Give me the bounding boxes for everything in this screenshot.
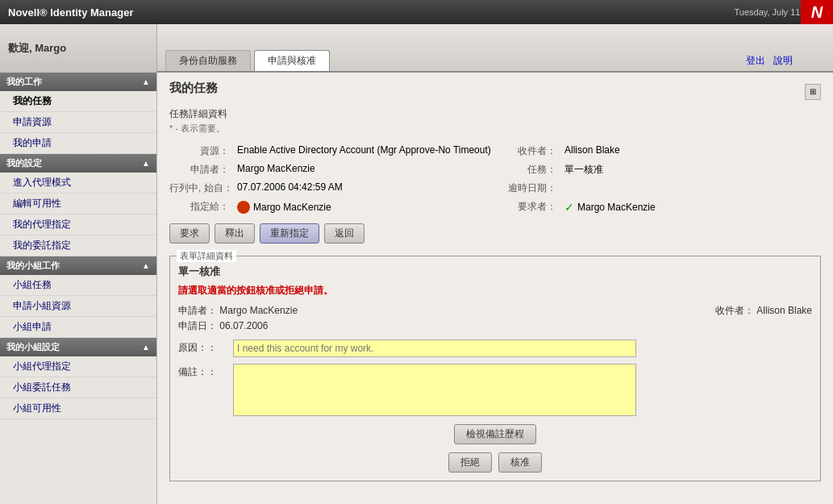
main-content: 我的任務 ⊞ 任務詳細資料 * - 表示需要。 資源： Enable Activ… [157, 73, 833, 504]
sidebar-item-team-delegate[interactable]: 小組委託任務 [0, 377, 156, 398]
require-button[interactable]: 要求 [169, 223, 210, 244]
reject-button[interactable]: 拒絕 [448, 452, 492, 473]
form-instruction: 請選取適當的按鈕核准或拒絕申請。 [178, 284, 812, 298]
logout-link[interactable]: 登出 [746, 54, 765, 68]
sidebar-item-my-requests[interactable]: 我的申請 [0, 133, 156, 154]
form-action-button-row: 拒絕 核准 [178, 452, 812, 473]
reason-field-row: 原因：： [178, 339, 812, 357]
queue-value: 07.07.2006 04:42:59 AM [237, 181, 494, 195]
layout: 我的工作 ▲ 我的任務 申請資源 我的申請 我的設定 ▲ 進入代理模式 編輯可用… [0, 73, 833, 504]
resource-label: 資源： [169, 144, 234, 158]
assigned-value: Margo MacKenzie [237, 200, 494, 214]
header: Novell® Identity Manager Tuesday, July 1… [0, 0, 833, 24]
comment-textarea[interactable] [233, 364, 636, 416]
form-date-value: 06.07.2006 [219, 320, 268, 331]
requester-label: 申請者： [169, 163, 234, 177]
sidebar: 我的工作 ▲ 我的任務 申請資源 我的申請 我的設定 ▲ 進入代理模式 編輯可用… [0, 73, 157, 504]
action-buttons: 要求 釋出 重新指定 返回 [169, 223, 821, 244]
back-button[interactable]: 返回 [324, 223, 364, 244]
form-section-title: 單一核准 [178, 264, 812, 279]
comment-label: 備註：： [178, 364, 227, 379]
form-applicant-label: 申請者： [178, 305, 217, 316]
form-button-row: 檢視備註歷程 [178, 424, 812, 444]
sidebar-item-team-tasks[interactable]: 小組任務 [0, 275, 156, 296]
form-date-label: 申請日： [178, 320, 217, 331]
check-green-icon: ✓ [564, 201, 574, 214]
comment-field-row: 備註：： [178, 364, 812, 416]
timeout-value [564, 181, 821, 195]
view-history-button[interactable]: 檢視備註歷程 [454, 424, 536, 444]
recipient-label: 收件者： [497, 144, 561, 158]
reassign-button[interactable]: 重新指定 [260, 223, 319, 244]
tab-self-service[interactable]: 身份自助服務 [165, 50, 251, 71]
sidebar-section-my-work[interactable]: 我的工作 ▲ [0, 73, 156, 91]
chevron-icon: ▲ [142, 261, 150, 270]
sidebar-item-proxy-mode[interactable]: 進入代理模式 [0, 173, 156, 194]
tab-requests[interactable]: 申請與核准 [254, 50, 330, 71]
timeout-label: 逾時日期： [497, 181, 561, 195]
form-date-row: 申請日： 06.07.2006 [178, 319, 812, 333]
form-recipient-label: 收件者： [715, 305, 754, 316]
nav-actions: 登出 說明 [746, 54, 793, 68]
approve-button[interactable]: 核准 [498, 452, 542, 473]
queue-label: 行列中, 始自： [169, 181, 234, 195]
resource-value: Enable Active Directory Account (Mgr App… [237, 144, 494, 158]
chevron-icon: ▲ [142, 343, 150, 352]
task-value: 單一核准 [564, 163, 821, 177]
reason-label: 原因：： [178, 339, 227, 355]
form-detail-box: 表單詳細資料 單一核准 請選取適當的按鈕核准或拒絕申請。 申請者： Margo … [169, 256, 821, 481]
sidebar-item-team-apply-resource[interactable]: 申請小組資源 [0, 296, 156, 317]
sidebar-item-my-proxy[interactable]: 我的代理指定 [0, 215, 156, 235]
release-button[interactable]: 釋出 [214, 223, 255, 244]
welcome-text: 歡迎, Margo [8, 41, 66, 56]
sidebar-item-team-requests[interactable]: 小組申請 [0, 317, 156, 338]
chevron-icon: ▲ [142, 77, 150, 86]
form-applicant-value: Margo MacKenzie [219, 305, 298, 316]
requester-value: Margo MacKenzie [237, 163, 494, 177]
task-detail-label: 任務詳細資料 [169, 107, 821, 121]
task-label: 任務： [497, 163, 561, 177]
app-logo: Novell® Identity Manager [8, 6, 134, 19]
assigned-label: 指定給： [169, 200, 234, 214]
initiator-label: 要求者： [497, 200, 561, 214]
grid-icon: ⊞ [805, 84, 821, 100]
info-grid: 資源： Enable Active Directory Account (Mgr… [169, 144, 821, 214]
form-detail-legend: 表單詳細資料 [177, 250, 236, 262]
sidebar-section-my-settings[interactable]: 我的設定 ▲ [0, 154, 156, 173]
sidebar-item-team-availability[interactable]: 小組可用性 [0, 398, 156, 419]
user-red-icon [237, 201, 250, 214]
form-meta-row: 申請者： Margo MacKenzie 收件者： Allison Blake [178, 304, 812, 318]
sidebar-item-my-tasks[interactable]: 我的任務 [0, 91, 156, 112]
required-note: * - 表示需要。 [169, 123, 821, 135]
novell-n-logo: N [801, 0, 833, 24]
help-link[interactable]: 說明 [773, 54, 793, 68]
sidebar-item-edit-availability[interactable]: 編輯可用性 [0, 194, 156, 215]
reason-input[interactable] [233, 339, 636, 357]
form-recipient-value: Allison Blake [756, 305, 812, 316]
sidebar-section-my-team-settings[interactable]: 我的小組設定 ▲ [0, 338, 156, 356]
sidebar-item-my-delegate[interactable]: 我的委託指定 [0, 235, 156, 256]
page-title: 我的任務 [169, 81, 218, 96]
sidebar-item-team-proxy[interactable]: 小組代理指定 [0, 356, 156, 377]
initiator-value: ✓ Margo MacKenzie [564, 200, 821, 214]
chevron-icon: ▲ [142, 159, 150, 168]
recipient-value: Allison Blake [564, 144, 821, 158]
sidebar-section-my-team-work[interactable]: 我的小組工作 ▲ [0, 256, 156, 275]
sidebar-item-apply-resource[interactable]: 申請資源 [0, 112, 156, 133]
